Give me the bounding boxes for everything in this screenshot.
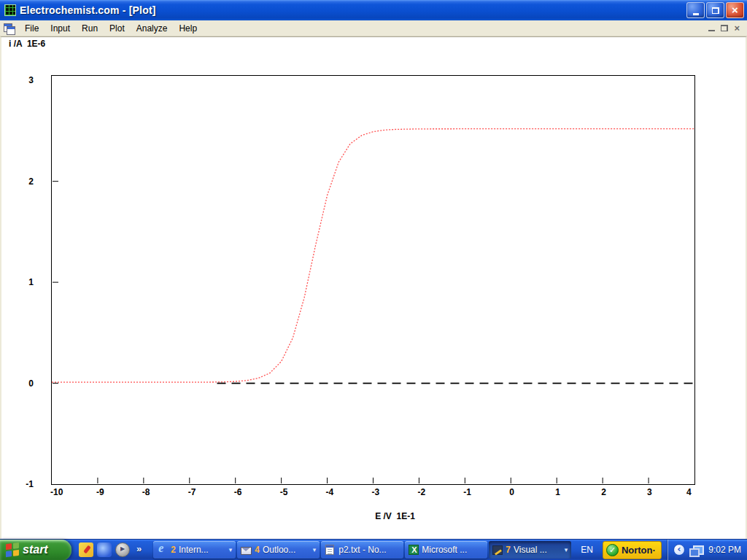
x-tick-label: -2 xyxy=(417,487,425,497)
taskbar-button-label: Outloo... xyxy=(263,545,311,555)
taskbar-button-intern[interactable]: 2Intern...▾ xyxy=(153,541,236,559)
excel-icon xyxy=(409,545,419,555)
windows-flag-icon xyxy=(6,542,19,558)
taskbar-button-visual[interactable]: 7Visual ...▾ xyxy=(489,541,571,559)
restore-icon xyxy=(712,7,719,14)
plot-client-area: i /A 1E-6 -10-9-8-7-6-5-4-3-2-101234-101… xyxy=(0,36,747,539)
plot-grid-app-icon xyxy=(4,4,16,16)
window-title: Electrochemist.com - [Plot] xyxy=(20,4,156,16)
x-tick-label: -5 xyxy=(280,487,288,497)
minimize-icon xyxy=(693,13,699,15)
taskbar-clock: 9:02 PM xyxy=(708,545,741,555)
start-button[interactable]: start xyxy=(0,540,71,560)
taskbar: start » 2Intern...▾4Outloo...▾p2.txt - N… xyxy=(0,539,747,560)
taskbar-button-outloo[interactable]: 4Outloo...▾ xyxy=(237,541,320,559)
menu-item-analyze[interactable]: Analyze xyxy=(132,22,172,35)
x-tick-label: 1 xyxy=(555,487,560,497)
menu-item-plot[interactable]: Plot xyxy=(105,22,129,35)
taskbar-buttons: 2Intern...▾4Outloo...▾p2.txt - No...Micr… xyxy=(153,541,571,559)
y-tick-label: 0 xyxy=(1,378,34,389)
dropdown-arrow-icon[interactable]: ▾ xyxy=(313,546,317,553)
menu-items: FileInputRunPlotAnalyzeHelp xyxy=(19,22,203,35)
window-controls: × xyxy=(686,2,744,18)
x-tick-label: 3 xyxy=(647,487,652,497)
tray-collapse-chevron-icon[interactable] xyxy=(673,544,685,556)
outlook-icon xyxy=(241,547,252,555)
visual-studio-icon xyxy=(492,545,503,555)
menu-item-help[interactable]: Help xyxy=(174,22,201,35)
title-bar: Electrochemist.com - [Plot] × xyxy=(0,0,747,20)
x-tick-label: 2 xyxy=(601,487,606,497)
menu-bar: FileInputRunPlotAnalyzeHelp × xyxy=(0,20,747,36)
x-tick-label: 4 xyxy=(686,487,692,497)
y-tick-label: 3 xyxy=(1,75,34,85)
mdi-document-icon[interactable] xyxy=(3,23,15,34)
quick-launch-icon-3[interactable] xyxy=(115,542,130,557)
mdi-minimize-icon[interactable] xyxy=(708,25,715,31)
menu-item-file[interactable]: File xyxy=(20,22,43,35)
y-axis-title: i /A 1E-6 xyxy=(9,39,45,49)
x-tick-label: -1 xyxy=(463,487,471,497)
taskbar-button-label: Intern... xyxy=(179,545,228,555)
x-tick-label: -9 xyxy=(96,487,104,497)
plot-area[interactable] xyxy=(51,75,695,485)
quick-launch-bar: » xyxy=(79,542,146,557)
system-tray: 9:02 PM xyxy=(667,540,747,560)
menu-item-input[interactable]: Input xyxy=(46,22,74,35)
y-tick-label: 1 xyxy=(1,277,34,287)
norton-check-icon xyxy=(606,544,619,556)
language-indicator[interactable]: EN xyxy=(577,542,597,557)
x-tick-label: -3 xyxy=(372,487,380,497)
x-tick-label: -7 xyxy=(188,487,196,497)
minimize-button[interactable] xyxy=(686,2,705,18)
menu-item-run[interactable]: Run xyxy=(77,22,102,35)
taskbar-button-p2-txt-no[interactable]: p2.txt - No... xyxy=(321,541,403,559)
mdi-restore-icon[interactable] xyxy=(721,25,728,31)
close-icon: × xyxy=(732,3,738,18)
taskbar-button-label: Visual ... xyxy=(514,545,563,555)
quick-launch-icon-1[interactable] xyxy=(79,542,93,557)
taskbar-button-label: Microsoft ... xyxy=(422,545,484,555)
norton-badge[interactable]: Norton· xyxy=(603,541,662,559)
restore-button[interactable] xyxy=(706,2,724,18)
dropdown-arrow-icon[interactable]: ▾ xyxy=(565,546,568,553)
mdi-close-icon[interactable]: × xyxy=(734,25,740,32)
x-tick-label: 0 xyxy=(509,487,514,497)
x-tick-label: -4 xyxy=(326,487,334,497)
notepad-icon xyxy=(325,545,334,555)
mdi-window-controls: × xyxy=(708,25,744,32)
y-tick-label: 2 xyxy=(1,176,34,187)
tray-network-icon[interactable] xyxy=(689,545,701,555)
grouped-window-count: 2 xyxy=(171,545,176,555)
grouped-window-count: 4 xyxy=(255,545,260,555)
x-axis-title: E /V 1E-1 xyxy=(73,511,717,521)
quick-launch-icon-2[interactable] xyxy=(97,542,112,557)
norton-label: Norton· xyxy=(622,545,656,556)
taskbar-button-label: p2.txt - No... xyxy=(338,545,400,555)
x-tick-label: -8 xyxy=(142,487,150,497)
grouped-window-count: 7 xyxy=(506,545,511,555)
voltammogram-curve xyxy=(52,76,694,484)
quick-launch-overflow-chevron-icon[interactable]: » xyxy=(136,543,142,554)
ie-icon xyxy=(157,545,168,555)
sigmoidal-voltammogram xyxy=(52,129,694,383)
x-tick-label: -10 xyxy=(50,487,63,497)
taskbar-button-microsoft[interactable]: Microsoft ... xyxy=(405,541,487,559)
y-tick-label: -1 xyxy=(1,479,34,489)
dropdown-arrow-icon[interactable]: ▾ xyxy=(229,546,233,553)
start-button-label: start xyxy=(23,543,48,556)
x-tick-label: -6 xyxy=(234,487,242,497)
close-button[interactable]: × xyxy=(726,2,744,18)
